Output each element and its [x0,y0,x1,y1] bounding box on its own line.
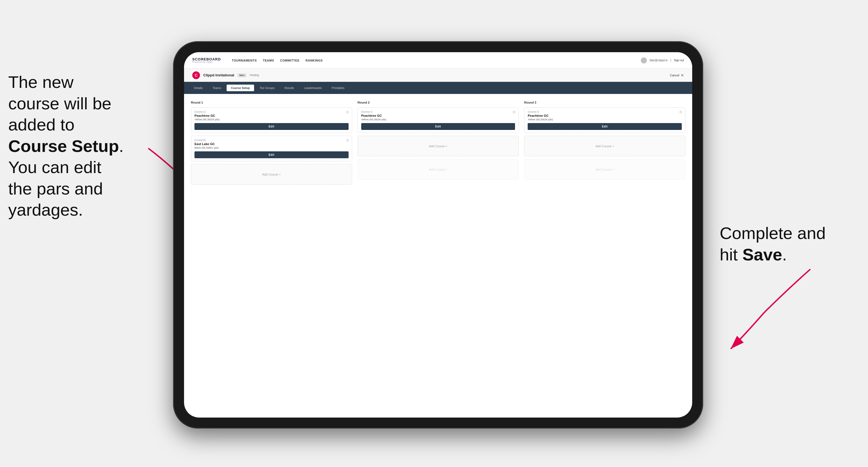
round-2-course-a-card: ⊙ (Course A) Peachtree GC Yellow (M) (66… [358,107,519,133]
round-3-label: Round 3 [524,101,685,104]
top-nav: SCOREBOARD Powered by clippd TOURNAMENTS… [184,52,692,69]
round-1-course-b-edit-button[interactable]: Edit [194,151,348,158]
arrow-right [709,264,813,354]
tournament-logo: C [192,71,200,79]
round-1-course-a-tee: Yellow (M) (6629 yds) [194,118,348,121]
round-1-course-a-edit-button[interactable]: Edit [194,123,348,130]
tab-leaderboards[interactable]: Leaderboards [300,85,326,91]
round-2-course-a-name: Peachtree GC [361,114,515,117]
annotation-left: The new course will be added to Course S… [8,71,151,221]
main-content: Round 1 ⊙ (Course A) Peachtree GC Yellow… [184,94,692,194]
round-1-add-course-button[interactable]: Add Course + [191,164,352,185]
nav-sign-out[interactable]: Sign out [674,59,684,62]
rounds-grid: Round 1 ⊙ (Course A) Peachtree GC Yellow… [191,101,685,187]
nav-separator: | [671,59,671,62]
tablet-frame: SCOREBOARD Powered by clippd TOURNAMENTS… [173,41,703,429]
round-2-course-a-delete-icon[interactable]: ⊙ [513,110,516,114]
round-3-course-a-name: Peachtree GC [528,114,682,117]
round-3-course-a-delete-icon[interactable]: ⊙ [679,110,682,114]
round-1-label: Round 1 [191,101,352,104]
round-2-course-a-edit-button[interactable]: Edit [361,123,515,130]
round-3-add-course-disabled: Add Course + [524,159,685,180]
round-3-course-a-card: ⊙ (Course A) Peachtree GC Yellow (M) (66… [524,107,685,133]
nav-avatar [641,57,647,63]
nav-logo-sub: Powered by clippd [192,61,221,63]
tab-details[interactable]: Details [189,85,207,91]
round-2-column: Round 2 ⊙ (Course A) Peachtree GC Yellow… [358,101,519,187]
round-2-add-course-disabled: Add Course + [358,159,519,180]
tab-printables[interactable]: Printables [327,85,349,91]
round-1-course-a-tag: (Course A) [194,111,348,113]
round-3-course-a-edit-button[interactable]: Edit [528,123,682,130]
tournament-bar: C Clippd Invitational Men Hosting Cancel… [184,69,692,82]
nav-link-committee[interactable]: COMMITTEE [280,59,300,62]
tablet-screen: SCOREBOARD Powered by clippd TOURNAMENTS… [184,52,692,417]
round-1-course-a-delete-icon[interactable]: ⊙ [346,110,349,114]
round-1-course-a-name: Peachtree GC [194,114,348,117]
annotation-right: Complete and hit Save. [720,222,846,265]
round-1-column: Round 1 ⊙ (Course A) Peachtree GC Yellow… [191,101,352,187]
round-1-course-b-tag: (Course B) [194,139,348,142]
tournament-status: Hosting [250,73,259,76]
nav-link-teams[interactable]: TEAMS [263,59,274,62]
tournament-cancel-button[interactable]: Cancel ✕ [670,73,684,77]
round-1-course-b-delete-icon[interactable]: ⊙ [346,138,349,142]
tournament-gender-badge: Men [238,73,246,77]
nav-logo: SCOREBOARD Powered by clippd [192,57,221,63]
nav-link-tournaments[interactable]: TOURNAMENTS [232,59,257,62]
tab-teams[interactable]: Teams [208,85,225,91]
nav-links: TOURNAMENTS TEAMS COMMITTEE RANKINGS [232,59,323,62]
round-2-course-a-tag: (Course A) [361,111,515,113]
round-1-course-b-card: ⊙ (Course B) East Lake GC Black (M) (689… [191,136,352,161]
round-2-add-course-button[interactable]: Add Course + [358,136,519,156]
round-3-add-course-button[interactable]: Add Course + [524,136,685,156]
round-2-course-a-tee: Yellow (M) (6629 yds) [361,118,515,121]
round-3-course-a-tee: Yellow (M) (6629 yds) [528,118,682,121]
round-2-label: Round 2 [358,101,519,104]
nav-link-rankings[interactable]: RANKINGS [305,59,323,62]
tab-results[interactable]: Results [280,85,299,91]
tabs-bar: Details Teams Course Setup Tee Groups Re… [184,82,692,94]
tournament-name: Clippd Invitational [203,73,234,77]
tab-course-setup[interactable]: Course Setup [227,85,254,91]
cancel-icon: ✕ [681,73,684,77]
tab-tee-groups[interactable]: Tee Groups [255,85,279,91]
round-1-course-b-tee: Black (M) (6891 yds) [194,146,348,149]
round-1-course-a-card: ⊙ (Course A) Peachtree GC Yellow (M) (66… [191,107,352,133]
round-3-column: Round 3 ⊙ (Course A) Peachtree GC Yellow… [524,101,685,187]
round-1-course-b-name: East Lake GC [194,142,348,146]
nav-right: blair@clippd.io | Sign out [641,57,684,63]
round-3-course-a-tag: (Course A) [528,111,682,113]
nav-user-email: blair@clippd.io [650,59,668,62]
